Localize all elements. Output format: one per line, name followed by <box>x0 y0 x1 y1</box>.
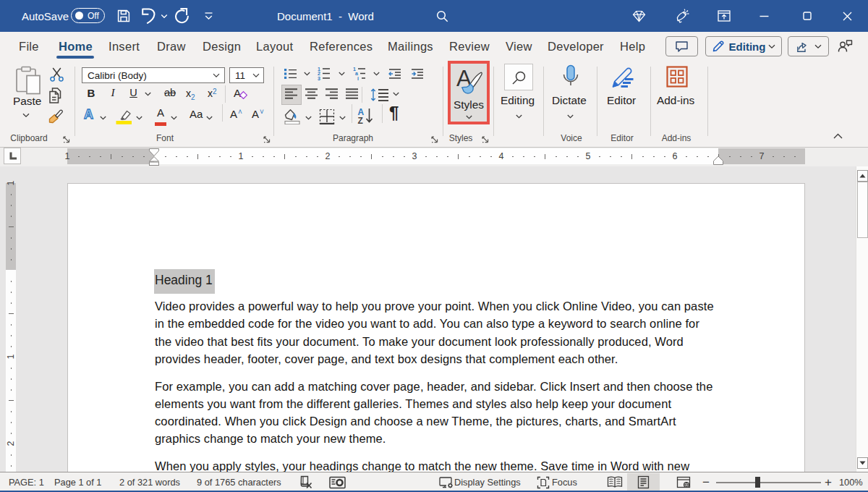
svg-text:i: i <box>357 76 359 81</box>
svg-text:Z: Z <box>358 116 363 124</box>
svg-text:3: 3 <box>318 76 320 81</box>
